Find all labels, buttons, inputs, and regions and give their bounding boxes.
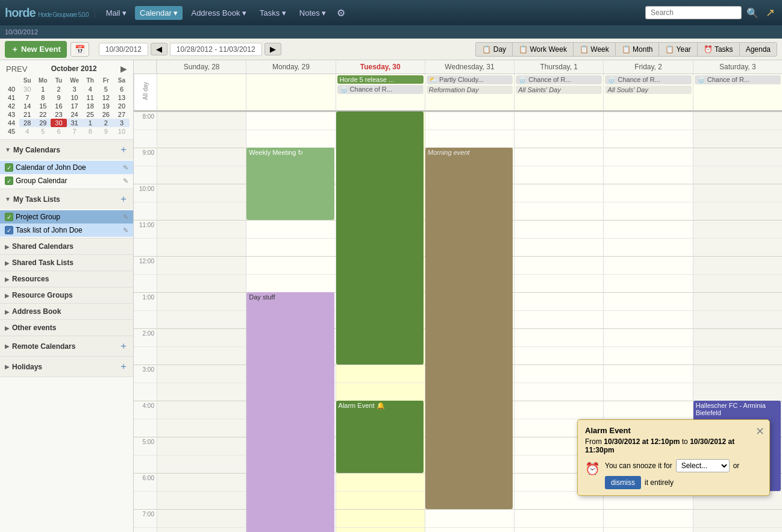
add-holidays-icon[interactable]: ＋ (119, 360, 128, 373)
allday-event-rain-fri[interactable]: 🌧️ Chance of R... (605, 75, 691, 84)
time-cell[interactable] (514, 346, 603, 365)
time-cell[interactable] (603, 184, 692, 202)
time-cell[interactable] (157, 328, 246, 346)
time-cell[interactable] (514, 148, 603, 166)
mini-cal-day[interactable]: 29 (35, 119, 51, 127)
mini-cal-day[interactable]: 2 (51, 85, 66, 93)
time-cell[interactable] (425, 130, 514, 148)
mini-cal-day[interactable]: 13 (114, 93, 130, 102)
time-cell[interactable] (246, 220, 335, 238)
mini-cal-day[interactable]: 1 (83, 119, 98, 127)
time-cell[interactable] (603, 111, 692, 130)
time-cell[interactable] (514, 509, 603, 527)
sidebar-item-group-calendar[interactable]: ✓ Group Calendar ✎ (0, 174, 133, 187)
calendar-event[interactable]: Weekly Meeting ↻ (246, 148, 334, 220)
time-cell[interactable] (603, 130, 692, 148)
task-checkbox-john[interactable]: ✓ (5, 226, 13, 234)
time-cell[interactable] (603, 274, 692, 292)
nav-notes[interactable]: Notes ▾ (295, 6, 331, 20)
resource-groups-header[interactable]: ▶ Resource Groups (0, 287, 133, 303)
time-cell[interactable] (514, 274, 603, 292)
time-cell[interactable] (157, 274, 246, 292)
search-icon[interactable]: 🔍 (744, 5, 761, 21)
my-calendars-header[interactable]: ▼ My Calendars ＋ (0, 140, 133, 160)
time-cell[interactable] (336, 365, 425, 383)
mini-cal-day[interactable]: 9 (98, 127, 114, 136)
mini-cal-day[interactable]: 20 (114, 102, 130, 110)
time-cell[interactable] (693, 383, 782, 401)
external-link-icon[interactable]: ↗ (763, 4, 777, 22)
my-task-lists-header[interactable]: ▼ My Task Lists ＋ (0, 189, 133, 209)
time-cell[interactable] (246, 256, 335, 274)
mini-cal-day[interactable]: 18 (83, 102, 98, 110)
allday-event-partly-cloudy[interactable]: ⛅ Partly Cloudy... (427, 75, 513, 84)
time-cell[interactable] (157, 310, 246, 328)
time-cell[interactable] (603, 166, 692, 184)
allday-event-rain-sat[interactable]: 🌧️ Chance of R... (695, 75, 781, 84)
mini-cal-day[interactable]: 31 (67, 119, 83, 127)
mini-cal-day[interactable]: 16 (51, 102, 66, 110)
time-cell[interactable] (157, 491, 246, 509)
time-cell[interactable] (157, 473, 246, 491)
time-cell[interactable] (514, 184, 603, 202)
calendar-event[interactable]: Alarm Event 🔔 (336, 401, 424, 473)
task-checkbox-project[interactable]: ✓ (5, 213, 13, 221)
calendar-event[interactable]: Day stuff (246, 292, 334, 532)
time-cell[interactable] (514, 220, 603, 238)
mini-cal-prev[interactable]: PREV (4, 64, 30, 74)
mini-cal-day[interactable]: 15 (35, 102, 51, 110)
time-cell[interactable] (157, 365, 246, 383)
time-cell[interactable] (514, 166, 603, 184)
shared-calendars-header[interactable]: ▶ Shared Calendars (0, 239, 133, 254)
mini-cal-day[interactable]: 27 (114, 110, 130, 119)
add-remote-calendar-icon[interactable]: ＋ (119, 340, 128, 352)
nav-mail[interactable]: Mail ▾ (101, 6, 131, 20)
prev-week-button[interactable]: ◀ (151, 43, 167, 55)
mini-cal-day[interactable]: 4 (19, 127, 35, 136)
mini-cal-day[interactable]: 17 (67, 102, 83, 110)
mini-cal-day[interactable]: 30 (19, 85, 35, 93)
mini-cal-day[interactable]: 8 (83, 127, 98, 136)
add-calendar-icon[interactable]: ＋ (119, 143, 128, 156)
time-cell[interactable] (157, 419, 246, 437)
address-book-header[interactable]: ▶ Address Book (0, 304, 133, 319)
time-cell[interactable] (157, 292, 246, 310)
calendar-event[interactable]: Morning event (425, 148, 513, 509)
calendar-checkbox-john[interactable]: ✓ (5, 163, 13, 172)
time-cell[interactable] (514, 292, 603, 310)
time-cell[interactable] (157, 509, 246, 527)
time-cell[interactable] (603, 310, 692, 328)
time-cell[interactable] (693, 220, 782, 238)
mini-cal-day[interactable]: 6 (51, 127, 66, 136)
other-events-header[interactable]: ▶ Other events (0, 320, 133, 336)
mini-cal-day[interactable]: 10 (114, 127, 130, 136)
time-cell[interactable] (693, 310, 782, 328)
time-cell[interactable] (514, 202, 603, 220)
time-cell[interactable] (603, 292, 692, 310)
mini-cal-day[interactable]: 21 (19, 110, 35, 119)
holidays-header[interactable]: ▶ Holidays ＋ (0, 357, 133, 377)
search-input[interactable] (645, 6, 742, 19)
mini-cal-day[interactable]: 25 (83, 110, 98, 119)
mini-cal-day[interactable]: 7 (67, 127, 83, 136)
mini-cal-day[interactable]: 4 (83, 85, 98, 93)
settings-icon[interactable]: ⚙ (334, 5, 348, 21)
mini-cal-day[interactable]: 12 (98, 93, 114, 102)
tab-week[interactable]: 📋 Week (573, 42, 615, 57)
tab-workweek[interactable]: 📋 Work Week (512, 42, 573, 57)
time-cell[interactable] (157, 130, 246, 148)
mini-cal-day[interactable]: 19 (98, 102, 114, 110)
time-cell[interactable] (157, 527, 246, 532)
allday-event-rain-thu[interactable]: 🌧️ Chance of R... (516, 75, 602, 84)
time-cell[interactable] (157, 184, 246, 202)
mini-cal-day[interactable]: 22 (35, 110, 51, 119)
time-cell[interactable] (246, 130, 335, 148)
time-cell[interactable] (603, 148, 692, 166)
mini-cal-day[interactable]: 5 (98, 85, 114, 93)
mini-cal-day[interactable]: 8 (35, 93, 51, 102)
mini-cal-day[interactable]: 11 (83, 93, 98, 102)
time-cell[interactable] (514, 328, 603, 346)
mini-cal-day[interactable]: 2 (98, 119, 114, 127)
edit-project-icon[interactable]: ✎ (123, 213, 128, 221)
new-event-button[interactable]: ＋ New Event (5, 41, 67, 58)
